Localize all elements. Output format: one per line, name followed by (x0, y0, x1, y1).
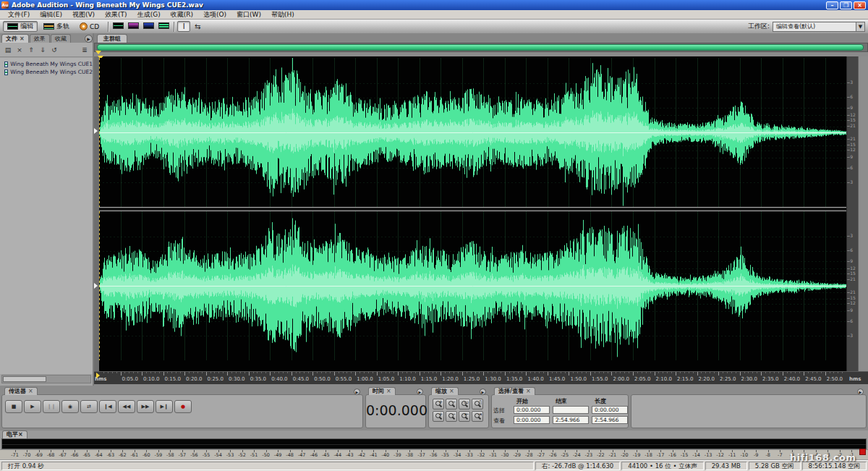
menu-favorites[interactable]: 收藏(R) (166, 10, 198, 20)
timeline-tick (359, 372, 360, 373)
rewind-button[interactable]: ◀◀ (118, 400, 135, 413)
play-looped-button[interactable]: ⇄ (80, 400, 98, 413)
view-start-field[interactable]: 0:00.000 (514, 416, 550, 424)
record-button[interactable]: ● (174, 400, 192, 413)
go-to-beginning-button[interactable]: ❙◀ (99, 400, 116, 413)
close-file-icon[interactable]: × (14, 45, 25, 55)
multitrack-view-button[interactable]: 多轨 (39, 21, 74, 32)
files-horizontal-scrollbar[interactable] (1, 375, 91, 383)
play-from-cursor-button[interactable]: ◉ (61, 400, 79, 413)
waveform-display-button[interactable] (111, 21, 124, 32)
import-file-icon[interactable]: ▤ (2, 45, 14, 55)
tab-files[interactable]: 文件× (1, 34, 29, 43)
ruler-label: -15 (848, 143, 856, 147)
close-icon[interactable]: × (526, 388, 531, 394)
selection-end-field[interactable] (553, 406, 589, 414)
maximize-button[interactable]: ❐ (840, 1, 852, 9)
minimize-button[interactable]: – (826, 1, 838, 9)
menu-edit[interactable]: 编辑(E) (35, 10, 67, 20)
right-channel-waveform[interactable] (99, 211, 846, 360)
file-list-item[interactable]: Wing Beneath My Wings CUE2 (0, 68, 93, 76)
window-title: Adobe Audition - Wing Beneath My Wings C… (12, 1, 203, 9)
sort-options-icon[interactable]: ≣ (79, 45, 90, 55)
close-icon[interactable]: × (28, 388, 33, 394)
menu-generate[interactable]: 生成(G) (132, 10, 166, 20)
menu-view[interactable]: 视图(V) (67, 10, 100, 20)
timeline-tick (714, 372, 715, 373)
scrollbar-thumb[interactable] (3, 376, 46, 382)
left-channel-waveform[interactable] (99, 58, 846, 207)
chevron-down-icon[interactable]: ▼ (856, 22, 864, 31)
panel-menu-icon[interactable]: ▶ (417, 389, 423, 395)
panel-menu-icon[interactable]: ▶ (857, 389, 864, 395)
timeline-label: 1:00.0 (357, 376, 373, 382)
timeline-tick (624, 372, 625, 373)
menu-file[interactable]: 文件(F) (3, 10, 35, 20)
menu-window[interactable]: 窗口(W) (231, 10, 266, 20)
timeline-tick (214, 372, 215, 373)
fast-forward-button[interactable]: ▶▶ (137, 400, 154, 413)
spectral-frequency-display-button[interactable] (127, 21, 140, 32)
scrub-tool-button[interactable]: ⇆ (191, 21, 204, 32)
view-length-field[interactable]: 2:54.966 (592, 416, 628, 424)
scale-label: -24 (573, 452, 581, 458)
go-to-end-button[interactable]: ▶❙ (156, 400, 173, 413)
zoom-out-full-button[interactable]: ▭ (459, 399, 470, 410)
selection-length-field[interactable]: 0:00.000 (592, 406, 628, 414)
file-list-item[interactable]: Wing Beneath My Wings CUE1 (0, 60, 93, 68)
insert-into-cd-list-icon[interactable]: ⇓ (37, 45, 48, 55)
selection-view-tab[interactable]: 选择/查看× (494, 387, 535, 395)
time-selection-tool-button[interactable]: I (177, 21, 190, 32)
clip-indicator[interactable] (859, 449, 866, 455)
insert-into-multitrack-icon[interactable]: ⇑ (25, 45, 37, 55)
workspace-dropdown[interactable]: 编辑查看(默认) ▼ (773, 22, 865, 32)
scale-label: -23 (585, 452, 593, 458)
waveform-display[interactable]: -3-3-6-6-9-9-12-12-15-15-21-21-3-3-6-6-9… (94, 56, 868, 371)
overview-navigator[interactable] (94, 43, 868, 52)
panel-menu-icon[interactable]: ▶ (480, 389, 486, 395)
main-group-tab[interactable]: 主群组 (97, 34, 127, 43)
view-end-field[interactable]: 2:54.966 (553, 416, 589, 424)
transport-tab[interactable]: 传送器× (4, 387, 38, 395)
tab-favorites[interactable]: 收藏 (51, 34, 71, 43)
timeline-tick (180, 372, 181, 373)
zoom-out-vertically-button[interactable]: − (446, 411, 457, 422)
zoom-in-vertically-button[interactable]: + (433, 411, 444, 422)
timeline-tick (620, 372, 621, 373)
close-icon[interactable]: × (449, 388, 454, 394)
zoom-in-right-edge-button[interactable]: ⇥ (472, 411, 483, 422)
close-button[interactable]: × (854, 1, 866, 9)
close-icon[interactable]: × (20, 35, 25, 42)
close-icon[interactable]: × (386, 388, 391, 394)
scale-label: -43 (346, 452, 354, 458)
overview-range-bar[interactable] (97, 44, 864, 51)
zoom-to-selection-button[interactable]: ▯ (472, 399, 483, 410)
play-button[interactable]: ▶ (24, 400, 41, 413)
menu-help[interactable]: 帮助(H) (266, 10, 299, 20)
spectral-pan-display-button[interactable] (142, 21, 155, 32)
timeline-ruler[interactable]: hms0:05.00:10.00:15.00:20.00:25.00:30.00… (94, 371, 868, 384)
time-tab[interactable]: 时间× (368, 387, 396, 395)
file-name: Wing Beneath My Wings CUE1 (10, 61, 93, 67)
timeline-tick (736, 372, 736, 373)
close-icon[interactable]: × (18, 431, 23, 438)
edit-view-button[interactable]: 编辑 (3, 21, 38, 32)
selection-start-field[interactable]: 0:00.000 (514, 406, 550, 414)
zoom-in-left-edge-button[interactable]: ⇤ (459, 411, 470, 422)
zoom-in-horizontally-button[interactable]: + (433, 399, 444, 410)
edit-file-icon[interactable]: ↺ (48, 45, 60, 55)
scale-label: -61 (130, 452, 138, 458)
ftab-more[interactable]: ▶ (85, 35, 93, 43)
pause-button[interactable]: ❙❙ (43, 400, 60, 413)
menu-effects[interactable]: 效果(T) (100, 10, 132, 20)
spectral-phase-display-button[interactable] (157, 21, 170, 32)
level-meter[interactable] (1, 438, 867, 449)
stop-button[interactable]: ■ (5, 400, 22, 413)
tab-effects[interactable]: 效果 (30, 34, 50, 43)
zoom-out-horizontally-button[interactable]: − (446, 399, 457, 410)
level-tab[interactable]: 电平× (2, 430, 27, 438)
cd-view-button[interactable]: CD (75, 21, 103, 32)
zoom-tab[interactable]: 缩放× (431, 387, 459, 395)
panel-menu-icon[interactable]: ▶ (354, 389, 360, 395)
menu-options[interactable]: 选项(O) (198, 10, 231, 20)
